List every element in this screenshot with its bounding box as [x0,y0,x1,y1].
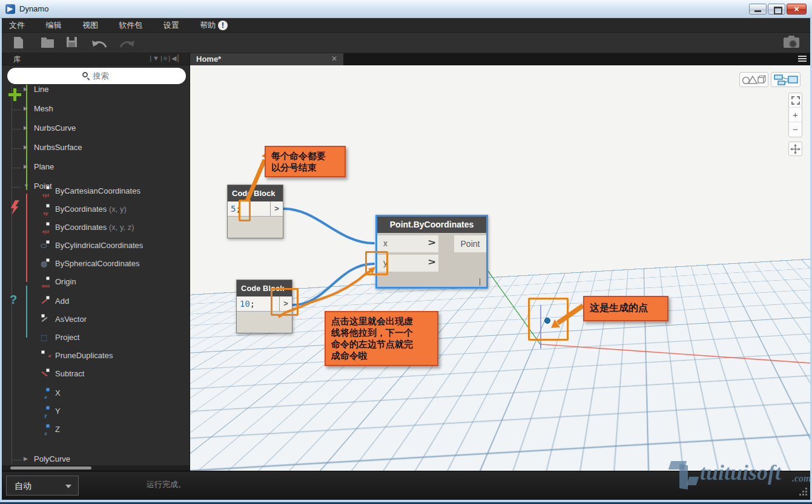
status-bar: 自动 运行完成。 [0,471,812,500]
input-port-x[interactable]: x > [377,235,438,252]
library-item-origin[interactable]: ooo Origin [2,275,190,290]
wire-cb2-to-y[interactable] [293,264,374,305]
open-file-icon[interactable] [41,39,54,48]
project-icon: ⬚ [41,332,51,342]
library-item-bycoordinates-xyz[interactable]: xyz ByCoordinates (x, y, z) [2,220,190,236]
chevron-right-icon[interactable]: ▶ [24,456,28,462]
wires-layer [190,65,810,471]
pan-button[interactable] [788,142,802,156]
point-xy-icon: xy [41,204,51,214]
node-title[interactable]: Point.ByCoordinates [377,217,486,233]
tab-close-icon[interactable]: ✕ [331,54,337,63]
search-icon [82,72,88,77]
tab-home[interactable]: Home* ✕ [190,53,343,65]
library-horizontal-scrollbar[interactable] [2,465,190,471]
library-item-subtract[interactable]: Subtract [2,367,190,382]
create-group-bar [26,85,27,190]
sidebar-item-mesh[interactable]: ▶Mesh [2,101,190,118]
origin-icon: ooo [41,277,51,287]
new-file-icon[interactable] [14,37,23,48]
zoom-in-button[interactable]: + [789,108,802,122]
zoom-controls: + − [788,93,802,137]
fit-view-icon [791,96,800,105]
annotation-arrows-layer [190,65,810,471]
library-item-project[interactable]: ⬚ Project [2,330,190,346]
library-item-bycoordinates-xy[interactable]: xy ByCoordinates (x, y) [2,202,190,218]
sidebar-item-line[interactable]: ▶Line [2,82,190,99]
library-item-bycartesiancoordinates[interactable]: xyz ByCartesianCoordinates [2,184,190,200]
run-mode-dropdown[interactable]: 自动 [6,476,79,496]
library-item-asvector[interactable]: AsVector [2,312,190,328]
menu-settings[interactable]: 设置 [154,18,188,33]
library-panel: 库 |▼|≡|◀▏ ▶Line ▶Mesh ▶NurbsCurve ▶Nurbs… [2,53,190,471]
geometry-view-button[interactable] [739,72,768,87]
geometry-shapes-icon [740,73,768,87]
sidebar-item-nurbssurface[interactable]: ▶NurbsSurface [2,140,190,157]
point-xyz-icon: xyz [41,222,51,232]
query-x-icon: x [41,388,51,398]
dynamo-logo-icon [5,4,15,14]
menu-file[interactable]: 文件 [0,18,34,33]
notification-icon[interactable]: ! [218,21,228,30]
node-code-block-1[interactable]: Code Block 5; > [227,185,283,238]
highlight-generated-point [528,298,569,341]
resize-grip[interactable] [799,488,807,496]
sphere-icon: ◍ [41,258,51,269]
node-point-bycoordinates[interactable]: Point.ByCoordinates x > y > Point | [375,215,488,289]
library-item-bysphericalcoordinates[interactable]: ◍ BySphericalCoordinates [2,257,190,272]
sidebar-item-nurbscurve[interactable]: ▶NurbsCurve [2,120,190,137]
output-port[interactable]: > [270,201,283,216]
vector-add-icon [41,296,51,306]
point-xyz-icon: xyz [41,186,51,196]
wire-cb1-to-x[interactable] [284,209,374,243]
title-bar[interactable]: Dynamo ✕ [0,0,812,18]
menu-edit[interactable]: 编辑 [36,18,70,33]
library-header: 库 |▼|≡|◀▏ [2,53,190,65]
library-item-bycylindricalcoordinates[interactable]: ⬭ ByCylindricalCoordinates [2,238,190,254]
prune-duplicates-icon: ✕ [41,350,51,361]
output-port-point[interactable]: Point [454,235,486,252]
library-item-pruneduplicates[interactable]: ✕ PruneDuplicates [2,349,190,364]
redo-icon[interactable] [119,38,136,49]
fit-view-button[interactable] [789,93,802,108]
node-title[interactable]: Code Block [228,185,283,201]
highlight-cb2-output [271,288,299,316]
window-title: Dynamo [19,0,48,18]
query-z-icon: z [41,424,51,434]
port-chevron-icon: > [428,257,435,267]
window-frame-left [0,18,2,500]
vector-subtract-icon [41,368,51,379]
callout-semicolon: 每个命令都要 以分号结束 [265,146,346,177]
close-button[interactable]: ✕ [787,4,807,15]
library-item-add[interactable]: Add [2,294,190,310]
query-y-icon: y [41,406,51,416]
library-item-y[interactable]: y Y [2,404,190,420]
graph-view-button[interactable] [771,72,800,87]
workspace-menu-icon[interactable] [798,56,807,63]
menu-view[interactable]: 视图 [73,18,107,33]
create-group-icon [8,88,21,101]
zoom-out-button[interactable]: − [789,122,802,137]
maximize-button[interactable] [768,4,785,15]
highlight-y-port [365,251,388,275]
library-title: 库 [13,54,21,65]
run-status-text: 运行完成。 [147,479,186,490]
export-image-camera-icon[interactable] [784,38,799,48]
undo-icon[interactable] [91,38,108,49]
minimize-button[interactable] [749,4,767,15]
cylinder-icon: ⬭ [41,240,51,250]
sidebar-item-plane[interactable]: ▶Plane [2,159,190,176]
axes-layer [190,65,810,471]
port-chevron-icon: > [428,238,435,247]
graph-nodes-icon [771,73,800,87]
save-icon[interactable] [67,37,77,47]
x-axis-red [541,344,810,363]
library-filter-icons[interactable]: |▼|≡|◀▏ [150,54,184,62]
library-item-z[interactable]: z Z [2,422,190,438]
library-item-x[interactable]: x X [2,386,190,402]
node-resize-mark[interactable]: | [479,277,481,286]
menu-packages[interactable]: 软件包 [110,18,151,33]
scrollbar-thumb[interactable] [10,466,91,470]
workspace-canvas[interactable]: Code Block 5; > Code Block 10; > Point.B… [190,65,810,471]
pan-arrows-icon [790,144,800,154]
